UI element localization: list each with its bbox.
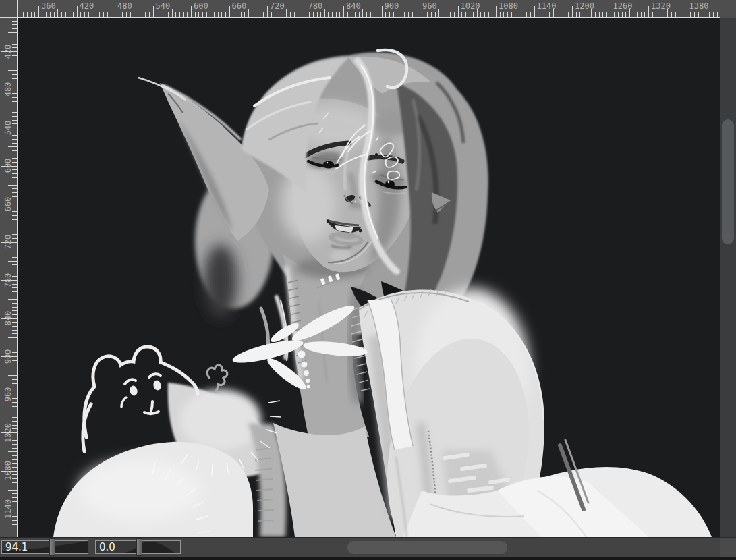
horizontal-scrollbar-thumb[interactable] xyxy=(347,541,507,554)
ruler-tick xyxy=(12,273,17,273)
ruler-tick xyxy=(12,284,17,285)
ruler-tick xyxy=(46,12,47,17)
ruler-tick xyxy=(202,12,203,17)
ruler-tick xyxy=(351,12,351,17)
ruler-tick xyxy=(416,12,416,17)
ruler-tick xyxy=(275,12,275,17)
ruler-tick xyxy=(12,345,17,345)
ruler-tick xyxy=(447,12,447,17)
ruler-tick xyxy=(130,12,131,17)
ruler-tick xyxy=(80,12,81,17)
ruler-tick xyxy=(8,490,17,491)
ruler-tick xyxy=(602,12,603,17)
ruler-label: 960 xyxy=(422,1,437,11)
ruler-tick xyxy=(12,269,17,269)
ruler-tick xyxy=(12,123,17,124)
ruler-tick xyxy=(111,12,111,17)
artwork-canvas[interactable] xyxy=(18,18,720,537)
ruler-tick xyxy=(12,444,17,445)
ruler-tick xyxy=(12,181,17,181)
vertical-scrollbar[interactable] xyxy=(720,18,736,537)
ruler-tick xyxy=(12,86,17,86)
ruler-tick xyxy=(12,428,17,429)
ruler-tick xyxy=(523,12,523,17)
ruler-tick xyxy=(290,12,291,17)
canvas-area[interactable] xyxy=(18,18,720,537)
ruler-horizontal: 3604204805406006607207808409009601020108… xyxy=(18,0,720,18)
ruler-tick xyxy=(690,12,691,17)
ruler-tick xyxy=(168,12,169,17)
ruler-label: 1020 xyxy=(3,420,12,445)
ruler-tick xyxy=(12,349,17,349)
ruler-tick xyxy=(648,6,649,17)
ruler-tick xyxy=(12,158,17,159)
ruler-tick xyxy=(77,6,78,17)
ruler-tick xyxy=(12,200,17,200)
ruler-tick xyxy=(12,143,17,144)
ruler-tick xyxy=(450,12,451,17)
ruler-tick xyxy=(54,12,55,17)
ruler-tick xyxy=(12,173,17,174)
ruler-tick xyxy=(12,425,17,426)
ruler-tick xyxy=(12,238,17,239)
ruler-tick xyxy=(165,12,165,17)
ruler-tick xyxy=(611,6,611,17)
ruler-tick xyxy=(172,9,173,17)
ruler-tick xyxy=(161,12,161,17)
ruler-tick xyxy=(12,486,17,486)
ruler-tick xyxy=(225,12,226,17)
ruler-tick xyxy=(92,12,92,17)
ruler-tick xyxy=(549,12,550,17)
ruler-tick xyxy=(23,12,24,17)
ruler-tick xyxy=(12,78,17,79)
ruler-tick xyxy=(507,12,508,17)
ruler-tick xyxy=(12,227,17,227)
app-window: 3604204805406006607207808409009601020108… xyxy=(0,0,736,560)
ruler-tick xyxy=(8,375,17,376)
ruler-tick xyxy=(12,501,17,502)
ruler-tick xyxy=(12,82,17,82)
ruler-tick xyxy=(355,12,356,17)
ruler-tick xyxy=(496,6,497,17)
ruler-label: 600 xyxy=(194,1,208,11)
ruler-tick xyxy=(572,6,573,17)
ruler-tick xyxy=(8,299,17,300)
ruler-tick xyxy=(248,9,249,17)
ruler-tick xyxy=(69,12,69,17)
ruler-tick xyxy=(12,463,17,464)
zoom-slider-handle[interactable] xyxy=(49,538,55,556)
ruler-tick xyxy=(8,223,17,223)
ruler-tick xyxy=(61,12,62,17)
ruler-tick xyxy=(389,12,390,17)
ruler-tick xyxy=(366,12,367,17)
ruler-tick xyxy=(12,132,17,132)
ruler-tick xyxy=(606,12,607,17)
rotation-slider-handle[interactable] xyxy=(136,538,142,556)
ruler-tick xyxy=(12,437,17,437)
ruler-label: 360 xyxy=(41,1,56,11)
ruler-tick xyxy=(12,410,17,410)
ruler-tick xyxy=(324,9,325,17)
ruler-tick xyxy=(652,12,653,17)
ruler-tick xyxy=(12,24,17,25)
ruler-tick xyxy=(12,97,17,98)
ruler-tick xyxy=(488,12,489,17)
zoom-slider[interactable]: 94.1 xyxy=(1,540,88,554)
ruler-tick xyxy=(12,513,17,513)
ruler-tick xyxy=(694,12,695,17)
ruler-tick xyxy=(96,9,96,17)
ruler-tick xyxy=(660,12,660,17)
ruler-tick xyxy=(12,379,17,380)
ruler-tick xyxy=(12,333,17,334)
ruler-tick xyxy=(359,12,360,17)
ruler-tick xyxy=(12,421,17,422)
ruler-tick xyxy=(530,12,531,17)
ruler-tick xyxy=(252,12,252,17)
ruler-tick xyxy=(138,12,138,17)
ruler-tick xyxy=(12,478,17,479)
ruler-label: 1380 xyxy=(689,1,709,11)
vertical-scrollbar-thumb[interactable] xyxy=(722,119,734,244)
ruler-tick xyxy=(12,326,17,327)
ruler-tick xyxy=(8,451,17,452)
ruler-tick xyxy=(306,6,306,17)
